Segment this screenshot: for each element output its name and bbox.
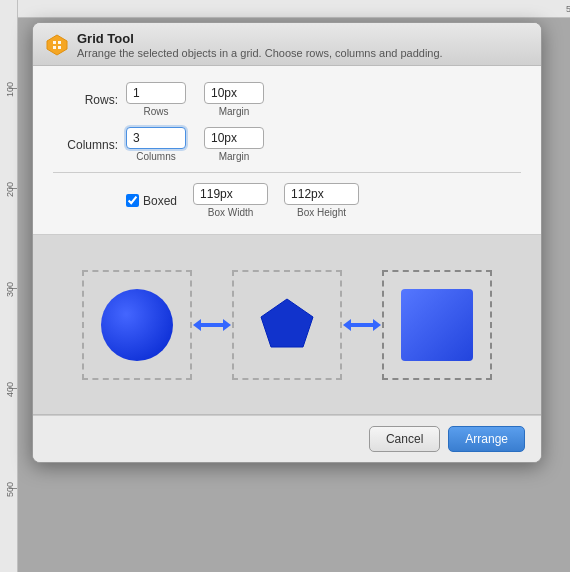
dialog-titlebar: Grid Tool Arrange the selected objects i… bbox=[33, 23, 541, 66]
rows-input-group: Rows bbox=[126, 82, 186, 117]
columns-row: Columns: Columns Margin bbox=[53, 127, 521, 162]
columns-input[interactable] bbox=[126, 127, 186, 149]
rows-margin-group: Margin bbox=[204, 82, 264, 117]
box-height-group: Box Height bbox=[284, 183, 359, 218]
svg-marker-11 bbox=[373, 319, 381, 331]
arrow-2 bbox=[342, 315, 382, 335]
box-height-sublabel: Box Height bbox=[297, 207, 346, 218]
rows-row: Rows: Rows Margin bbox=[53, 82, 521, 117]
svg-rect-2 bbox=[58, 41, 61, 44]
preview-cell-1 bbox=[82, 270, 192, 380]
preview-grid bbox=[53, 270, 521, 380]
cancel-button[interactable]: Cancel bbox=[369, 426, 440, 452]
boxed-row: Boxed Box Width Box Height bbox=[53, 183, 521, 218]
grid-tool-dialog: Grid Tool Arrange the selected objects i… bbox=[32, 22, 542, 463]
preview-cell-3 bbox=[382, 270, 492, 380]
ruler-top: 50 bbox=[18, 0, 570, 18]
form-divider bbox=[53, 172, 521, 173]
columns-input-group: Columns bbox=[126, 127, 186, 162]
svg-rect-1 bbox=[53, 41, 56, 44]
shape-pentagon bbox=[257, 295, 317, 355]
grid-tool-icon bbox=[45, 33, 69, 57]
svg-marker-7 bbox=[223, 319, 231, 331]
rows-label: Rows: bbox=[53, 93, 118, 107]
svg-marker-9 bbox=[343, 319, 351, 331]
rows-margin-sublabel: Margin bbox=[219, 106, 250, 117]
boxed-label: Boxed bbox=[143, 194, 177, 208]
boxed-checkbox-label[interactable]: Boxed bbox=[126, 194, 177, 208]
rows-input[interactable] bbox=[126, 82, 186, 104]
columns-label: Columns: bbox=[53, 138, 118, 152]
rows-sublabel: Rows bbox=[143, 106, 168, 117]
rows-margin-input[interactable] bbox=[204, 82, 264, 104]
box-width-sublabel: Box Width bbox=[208, 207, 254, 218]
dialog-form: Rows: Rows Margin Columns: Colum bbox=[33, 66, 541, 235]
ruler-left: 100 200 300 400 500 bbox=[0, 0, 18, 572]
box-width-input[interactable] bbox=[193, 183, 268, 205]
dialog-subtitle: Arrange the selected objects in a grid. … bbox=[77, 47, 443, 59]
dialog-title-text: Grid Tool Arrange the selected objects i… bbox=[77, 31, 443, 59]
arrow-1 bbox=[192, 315, 232, 335]
shape-circle bbox=[101, 289, 173, 361]
svg-rect-6 bbox=[201, 323, 223, 327]
svg-marker-5 bbox=[193, 319, 201, 331]
dialog-footer: Cancel Arrange bbox=[33, 415, 541, 462]
columns-margin-input[interactable] bbox=[204, 127, 264, 149]
main-area: 50 Grid Tool Arrange the selected object… bbox=[18, 0, 570, 572]
preview-cell-2 bbox=[232, 270, 342, 380]
box-width-group: Box Width bbox=[193, 183, 268, 218]
canvas-area: Grid Tool Arrange the selected objects i… bbox=[18, 18, 570, 572]
columns-sublabel: Columns bbox=[136, 151, 175, 162]
shape-square bbox=[401, 289, 473, 361]
svg-rect-4 bbox=[58, 46, 61, 49]
columns-margin-sublabel: Margin bbox=[219, 151, 250, 162]
svg-rect-3 bbox=[53, 46, 56, 49]
svg-marker-0 bbox=[47, 35, 67, 55]
svg-rect-10 bbox=[351, 323, 373, 327]
columns-margin-group: Margin bbox=[204, 127, 264, 162]
dialog-title: Grid Tool bbox=[77, 31, 443, 46]
svg-marker-8 bbox=[261, 299, 313, 347]
dialog-preview bbox=[33, 235, 541, 415]
box-height-input[interactable] bbox=[284, 183, 359, 205]
boxed-checkbox[interactable] bbox=[126, 194, 139, 207]
arrange-button[interactable]: Arrange bbox=[448, 426, 525, 452]
